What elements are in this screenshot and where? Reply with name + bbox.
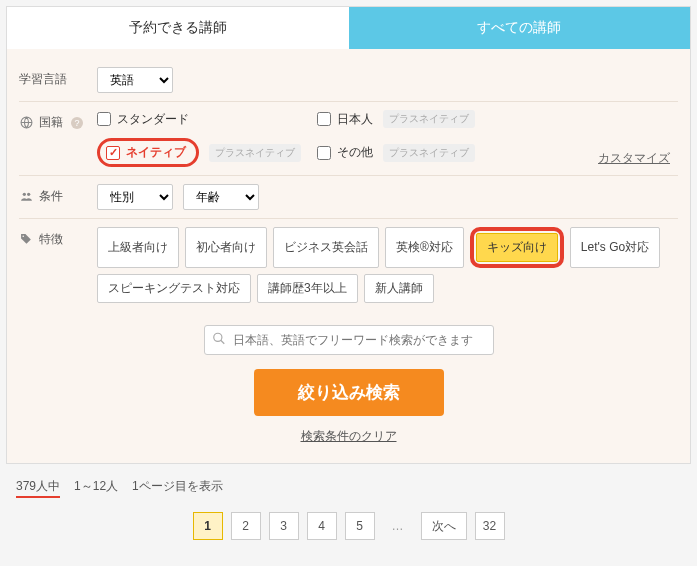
plus-native-badge: プラスネイティブ <box>383 110 475 128</box>
search-icon <box>212 332 226 349</box>
page-last[interactable]: 32 <box>475 512 505 540</box>
svg-point-3 <box>22 235 24 237</box>
tab-bookable[interactable]: 予約できる講師 <box>7 7 349 49</box>
svg-point-2 <box>27 193 30 196</box>
row-conditions: 条件 性別 年齢 <box>19 176 678 219</box>
plus-native-badge: プラスネイティブ <box>383 144 475 162</box>
page-5[interactable]: 5 <box>345 512 375 540</box>
filter-panel: 予約できる講師 すべての講師 学習言語 英語 国籍 ? <box>6 6 691 464</box>
tag-new[interactable]: 新人講師 <box>364 274 434 303</box>
svg-line-5 <box>220 340 224 344</box>
checkmark-icon: ✓ <box>106 146 120 160</box>
tag-3years[interactable]: 講師歴3年以上 <box>257 274 358 303</box>
tag-speaking-test[interactable]: スピーキングテスト対応 <box>97 274 251 303</box>
tabs: 予約できる講師 すべての講師 <box>7 7 690 49</box>
tag-beginner[interactable]: 初心者向け <box>185 227 267 268</box>
globe-icon <box>19 116 33 129</box>
page-4[interactable]: 4 <box>307 512 337 540</box>
row-features: 特徴 上級者向け 初心者向け ビジネス英会話 英検®対応 キッズ向け Let's… <box>19 219 678 311</box>
svg-point-4 <box>213 333 221 341</box>
language-select[interactable]: 英語 <box>97 67 173 93</box>
row-nationality: 国籍 ? スタンダード 日本人 プラスネイティブ <box>19 102 678 176</box>
results-total: 379人中 <box>16 478 60 498</box>
customize-link[interactable]: カスタマイズ <box>598 150 670 167</box>
tab-all[interactable]: すべての講師 <box>349 7 691 49</box>
pagination: 1 2 3 4 5 … 次へ 32 <box>0 506 697 554</box>
tag-business[interactable]: ビジネス英会話 <box>273 227 379 268</box>
check-native-highlighted[interactable]: ✓ ネイティブ <box>97 138 199 167</box>
check-standard[interactable]: スタンダード <box>97 111 317 128</box>
freeword-search-input[interactable] <box>204 325 494 355</box>
filter-submit-button[interactable]: 絞り込み検索 <box>254 369 444 416</box>
conditions-label: 条件 <box>39 188 63 205</box>
results-range: 1～12人 <box>74 478 118 498</box>
clear-filters-link[interactable]: 検索条件のクリア <box>19 428 678 445</box>
tag-advanced[interactable]: 上級者向け <box>97 227 179 268</box>
page-ellipsis: … <box>383 512 413 540</box>
people-icon <box>19 190 33 203</box>
plus-native-badge: プラスネイティブ <box>209 144 301 162</box>
tag-kids[interactable]: キッズ向け <box>476 233 558 262</box>
page-next[interactable]: 次へ <box>421 512 467 540</box>
tag-letsgo[interactable]: Let's Go対応 <box>570 227 660 268</box>
help-icon[interactable]: ? <box>71 117 83 129</box>
check-japanese[interactable]: 日本人 プラスネイティブ <box>317 110 678 128</box>
svg-point-1 <box>22 193 25 196</box>
results-page-info: 1ページ目を表示 <box>132 478 223 498</box>
age-select[interactable]: 年齢 <box>183 184 259 210</box>
row-language: 学習言語 英語 <box>19 59 678 102</box>
page-2[interactable]: 2 <box>231 512 261 540</box>
gender-select[interactable]: 性別 <box>97 184 173 210</box>
page-1[interactable]: 1 <box>193 512 223 540</box>
results-summary: 379人中 1～12人 1ページ目を表示 <box>0 470 697 506</box>
tag-icon <box>19 233 33 246</box>
tag-kids-highlighted: キッズ向け <box>470 227 564 268</box>
nationality-label: 国籍 <box>39 114 63 131</box>
page-3[interactable]: 3 <box>269 512 299 540</box>
language-label: 学習言語 <box>19 67 97 88</box>
tag-eiken[interactable]: 英検®対応 <box>385 227 464 268</box>
features-label: 特徴 <box>39 231 63 248</box>
